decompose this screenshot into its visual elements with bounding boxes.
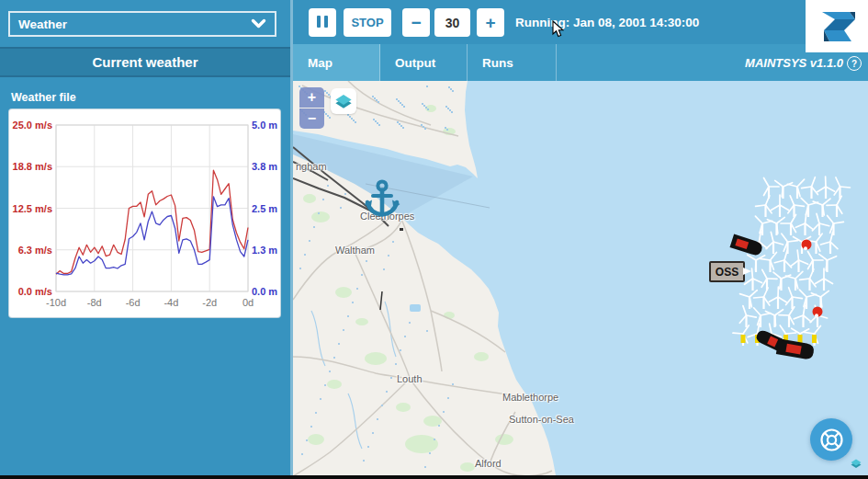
- map-place-label: Louth: [397, 373, 423, 384]
- layers-icon: [333, 91, 354, 111]
- section-title: Current weather: [92, 54, 197, 70]
- pause-icon: [315, 15, 330, 31]
- weather-file-label: Weather file: [11, 91, 76, 104]
- main-tabbar: Map Output Runs MAINTSYS v1.1.0 ?: [293, 44, 868, 81]
- map-place-label: Waltham: [335, 245, 375, 256]
- chart-right-tick: 0.0 m: [252, 286, 277, 297]
- turbine-base-marker: [741, 335, 746, 343]
- map-viewport[interactable]: nghamCleethorpesWalthamLouthMablethorpeS…: [293, 81, 868, 475]
- tab-runs[interactable]: Runs: [468, 44, 557, 81]
- panel-selector-value: Weather: [18, 17, 67, 31]
- map-place-label: ngham: [296, 161, 327, 172]
- speed-increase-button[interactable]: +: [477, 8, 504, 37]
- bottom-status-strip: [0, 475, 868, 479]
- map-zoom-control: + −: [299, 87, 324, 129]
- buoy-marker: [802, 240, 812, 251]
- wind-turbine-icon: [766, 232, 783, 254]
- wind-turbine-icon: [756, 196, 772, 217]
- chart-series-wind_speed: [56, 170, 248, 274]
- wind-turbine-icon: [811, 291, 829, 309]
- section-header: Current weather: [0, 47, 290, 77]
- wind-turbine-icon: [755, 216, 772, 235]
- wind-turbine-icon: [766, 310, 783, 327]
- pause-button[interactable]: [309, 8, 336, 37]
- wind-turbine-icon: [769, 287, 786, 309]
- wind-turbine-icon: [791, 250, 808, 272]
- chart-x-tick: -6d: [126, 297, 141, 308]
- turbine-base-marker: [798, 335, 803, 343]
- app-window: Weather Current weather Weather file 25.…: [0, 0, 868, 479]
- chart-x-tick: -10d: [46, 297, 66, 308]
- tab-map[interactable]: Map: [293, 44, 380, 81]
- speed-decrease-button[interactable]: −: [402, 8, 430, 37]
- wind-turbine-icon: [799, 290, 816, 309]
- chart-x-tick: -4d: [163, 297, 178, 308]
- wind-turbine-icon: [834, 177, 850, 199]
- panel-selector-dropdown[interactable]: Weather: [8, 11, 276, 37]
- vessel-icon[interactable]: [730, 234, 764, 257]
- zoom-in-button[interactable]: +: [299, 87, 324, 108]
- help-icon[interactable]: ?: [847, 56, 862, 71]
- chart-right-tick: 2.5 m: [252, 203, 277, 214]
- wind-turbine-icon: [819, 254, 837, 272]
- chart-left-tick: 0.0 m/s: [18, 286, 52, 297]
- zoom-out-button[interactable]: −: [299, 108, 324, 129]
- chart-right-tick: 1.3 m: [252, 245, 277, 256]
- wind-turbine-icon: [779, 307, 795, 327]
- wind-turbine-icon: [782, 234, 798, 254]
- map-place-label: Mablethorpe: [502, 392, 558, 403]
- wind-turbine-icon: [772, 195, 789, 217]
- company-logo: [806, 0, 868, 52]
- chart-left-tick: 18.8 m/s: [13, 161, 52, 172]
- anchor-icon: [363, 178, 401, 221]
- wind-turbine-icon: [820, 232, 838, 254]
- chart-right-tick: 5.0 m: [252, 120, 277, 131]
- wind-turbine-icon: [794, 305, 811, 327]
- wind-turbine-icon: [795, 213, 813, 235]
- wind-turbine-icon: [817, 177, 835, 199]
- map-place-label: Alford: [475, 458, 502, 469]
- wind-turbine-icon: [774, 250, 791, 272]
- chart-left-tick: 12.5 m/s: [13, 203, 52, 214]
- wind-turbine-icon: [816, 268, 833, 291]
- map-lake: [410, 304, 421, 312]
- chevron-down-icon: [251, 18, 266, 29]
- sl-logo-icon: [813, 7, 861, 46]
- wind-turbine-icon: [801, 198, 818, 217]
- chart-x-tick: -8d: [87, 297, 102, 308]
- chart-right-tick: 3.8 m: [252, 161, 277, 172]
- layers-button[interactable]: [331, 88, 356, 114]
- chart-x-tick: 0d: [242, 297, 254, 308]
- wind-farm: [733, 177, 851, 346]
- turbine-base-marker: [812, 335, 817, 343]
- speed-value[interactable]: 30: [434, 8, 470, 37]
- sidebar-weather-panel: Weather Current weather Weather file 25.…: [0, 0, 290, 475]
- chart-left-tick: 25.0 m/s: [13, 120, 52, 131]
- map-canvas: [293, 81, 868, 475]
- simulation-status-text: Running: Jan 08, 2001 14:30:00: [515, 0, 699, 44]
- wind-turbine-icon: [739, 306, 756, 327]
- port-anchor-marker[interactable]: [363, 178, 401, 224]
- weather-chart-panel: 25.0 m/s18.8 m/s12.5 m/s6.3 m/s0.0 m/s5.…: [9, 109, 280, 317]
- map-place-label: Sutton-on-Sea: [509, 414, 574, 425]
- wind-turbine-icon: [813, 199, 830, 217]
- rescue-button[interactable]: [810, 418, 852, 461]
- life-ring-icon: [819, 428, 844, 452]
- tab-output[interactable]: Output: [380, 44, 468, 81]
- chart-left-tick: 6.3 m/s: [18, 245, 52, 256]
- mouse-cursor: [552, 20, 564, 38]
- oss-substation-label[interactable]: OSS: [709, 261, 745, 282]
- wind-turbine-icon: [812, 213, 829, 235]
- chart-x-tick: -2d: [202, 297, 217, 308]
- pier-marker: [400, 228, 403, 231]
- stop-button[interactable]: STOP: [344, 8, 391, 37]
- vessel-icon[interactable]: [776, 338, 815, 360]
- mini-layers-icon[interactable]: [850, 457, 862, 473]
- weather-chart: 25.0 m/s18.8 m/s12.5 m/s6.3 m/s0.0 m/s5.…: [9, 109, 280, 317]
- simulation-toolbar: STOP − 30 + Running: Jan 08, 2001 14:30:…: [293, 0, 868, 44]
- wind-turbine-icon: [767, 217, 784, 235]
